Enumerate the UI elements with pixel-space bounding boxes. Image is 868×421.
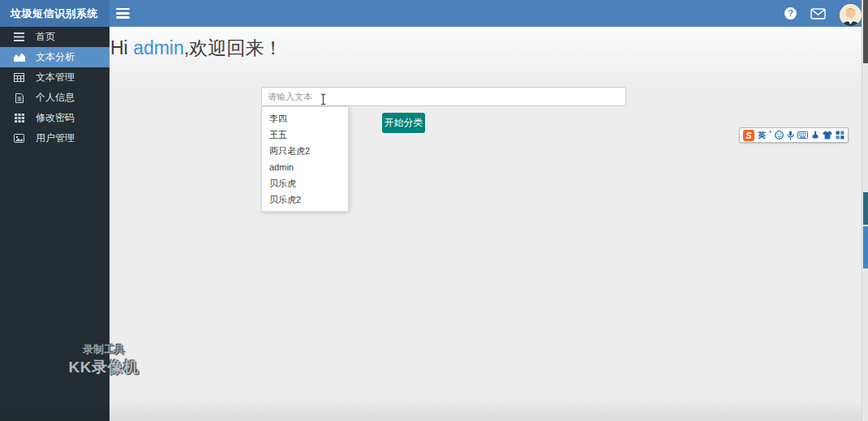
greeting-username: admin <box>133 37 184 58</box>
sidebar-item-change-password[interactable]: 修改密码 <box>0 108 110 128</box>
dropdown-option[interactable]: 贝乐虎 <box>262 175 348 191</box>
dropdown-option[interactable]: admin <box>262 159 348 175</box>
app-title[interactable]: 垃圾短信识别系统 <box>0 0 110 27</box>
sogou-logo-icon[interactable]: S <box>743 130 754 141</box>
th-grid-icon <box>13 114 25 122</box>
sidebar-item-text-analysis[interactable]: 文本分析 <box>0 47 110 67</box>
sidebar-item-label: 首页 <box>36 30 55 44</box>
greeting-heading: Hi admin,欢迎回来！ <box>110 36 282 61</box>
sidebar-item-text-manage[interactable]: 文本管理 <box>0 67 110 88</box>
keyboard-icon[interactable] <box>797 131 808 139</box>
sidebar-item-label: 修改密码 <box>36 111 75 125</box>
sogou-input-toolbar: S 英 ’ <box>739 127 849 143</box>
handwriting-icon[interactable] <box>811 131 819 140</box>
sidebar-nav: 首页 文本分析 文本管理 个人信息 修改密码 用户管理 <box>0 27 110 421</box>
sidebar-toggle-icon[interactable] <box>116 6 135 22</box>
table-icon <box>13 73 25 82</box>
ime-punct-icon[interactable]: ’ <box>769 129 771 139</box>
dropdown-option[interactable]: 王五 <box>262 127 348 143</box>
sidebar-item-label: 个人信息 <box>36 91 75 105</box>
greeting-prefix: Hi <box>110 37 133 58</box>
top-navbar: 垃圾短信识别系统 ? <box>0 0 868 27</box>
scrollbar-marker-blue <box>863 226 868 268</box>
area-chart-icon <box>13 53 25 62</box>
help-icon[interactable]: ? <box>784 7 797 19</box>
sidebar-item-profile[interactable]: 个人信息 <box>0 88 110 108</box>
text-cursor-icon <box>320 93 327 109</box>
text-input[interactable] <box>261 87 626 106</box>
mic-icon[interactable] <box>787 131 794 140</box>
vertical-scrollbar[interactable] <box>862 0 868 421</box>
classify-button[interactable]: 开始分类 <box>382 113 425 133</box>
image-icon <box>13 134 25 143</box>
file-text-icon <box>13 93 25 103</box>
main-content <box>110 27 868 421</box>
skin-icon[interactable] <box>823 131 832 140</box>
sidebar-item-label: 用户管理 <box>36 131 75 145</box>
scrollbar-thumb[interactable] <box>863 0 868 63</box>
sidebar-item-home[interactable]: 首页 <box>0 27 110 47</box>
dropdown-option[interactable]: 李四 <box>262 110 348 127</box>
ime-mode-english[interactable]: 英 <box>758 130 766 141</box>
emoji-icon[interactable] <box>775 131 784 140</box>
dropdown-option[interactable]: 贝乐虎2 <box>262 191 348 208</box>
sidebar-item-user-manage[interactable]: 用户管理 <box>0 128 110 148</box>
autocomplete-dropdown: 李四 王五 两只老虎2 admin 贝乐虎 贝乐虎2 <box>261 106 349 212</box>
user-avatar[interactable] <box>840 4 862 26</box>
bars-icon <box>13 32 25 41</box>
toolbox-icon[interactable] <box>836 131 844 140</box>
dropdown-option[interactable]: 两只老虎2 <box>262 143 348 159</box>
mail-icon[interactable] <box>810 8 826 19</box>
sidebar-item-label: 文本管理 <box>36 71 75 84</box>
sidebar-item-label: 文本分析 <box>36 50 75 64</box>
greeting-suffix: ,欢迎回来！ <box>184 37 282 58</box>
scrollbar-marker-teal <box>863 192 868 225</box>
